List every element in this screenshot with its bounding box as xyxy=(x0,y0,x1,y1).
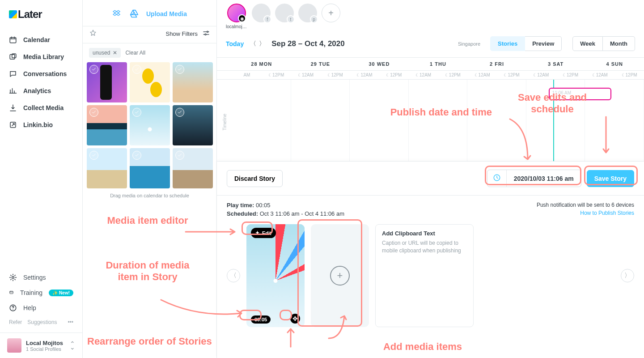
media-thumb[interactable] xyxy=(87,62,127,102)
time-subheader: AM☾12PM ☾12AM☾12PM ☾12AM☾12PM ☾12AM☾12PM… xyxy=(217,71,644,80)
main: ◉ localmojit... f t p + Today 〈 〉 Sep 28… xyxy=(217,0,644,358)
clear-all-link[interactable]: Clear All xyxy=(125,50,145,56)
timeline-label: Timeline xyxy=(222,114,227,130)
view-toggle-stories-preview: Stories Preview xyxy=(490,36,562,51)
add-profile-button[interactable]: + xyxy=(322,4,340,22)
svg-point-8 xyxy=(205,34,206,35)
google-drive-icon[interactable] xyxy=(129,9,139,19)
datetime-picker[interactable]: 2020/10/03 11:06 am xyxy=(487,170,581,187)
discard-story-button[interactable]: Discard Story xyxy=(227,170,283,187)
suggestions-link[interactable]: Suggestions xyxy=(27,319,57,325)
date-range: Sep 28 – Oct 4, 2020 xyxy=(271,39,345,48)
next-media-button[interactable]: 〉 xyxy=(621,269,634,282)
next-week-button[interactable]: 〉 xyxy=(259,40,265,48)
show-filters-link[interactable]: Show Filters xyxy=(165,30,198,37)
media-thumb[interactable] xyxy=(130,148,170,188)
tab-stories[interactable]: Stories xyxy=(490,36,525,51)
nav-bottom: Settings Training ✨New! Help Refer Sugge… xyxy=(0,267,82,331)
day-header: 3 SAT xyxy=(526,58,585,70)
check-icon xyxy=(175,65,184,74)
media-thumb[interactable] xyxy=(173,105,213,145)
logo: Later xyxy=(0,0,82,29)
refer-link[interactable]: Refer xyxy=(9,319,22,325)
star-icon[interactable] xyxy=(89,29,97,38)
svg-rect-0 xyxy=(10,38,16,43)
more-icon[interactable]: ••• xyxy=(68,319,73,325)
media-thumb[interactable] xyxy=(87,105,127,145)
day-header: 2 FRI xyxy=(467,58,526,70)
profile-label: localmojit... xyxy=(226,24,247,29)
tab-month[interactable]: Month xyxy=(603,36,635,51)
media-thumb[interactable] xyxy=(130,62,170,102)
story-row: 〈 ✦Edit 00:05 ✥ + Add Clipboard Text Cap… xyxy=(217,220,644,332)
check-icon xyxy=(89,151,98,160)
refer-row: Refer Suggestions ••• xyxy=(0,315,82,329)
sidebar-item-label: Training xyxy=(20,289,42,296)
media-thumb[interactable] xyxy=(173,62,213,102)
filters-row: Show Filters xyxy=(83,26,216,43)
days-header: 28 MON 29 TUE 30 WED 1 THU 2 FRI 3 SAT 4… xyxy=(217,57,644,71)
check-icon xyxy=(175,151,184,160)
day-header: 30 WED xyxy=(350,58,409,70)
day-header: 29 TUE xyxy=(291,58,350,70)
sched-value: Oct 3 11:06 am - Oct 4 11:06 am xyxy=(260,210,344,217)
media-panel: Upload Media Show Filters unused✕ Clear … xyxy=(83,0,217,358)
profile-bubble-twitter[interactable]: t xyxy=(275,4,294,22)
play-label: Play time: xyxy=(227,202,254,209)
clipboard-text-box[interactable]: Add Clipboard Text Caption or URL will b… xyxy=(375,224,474,327)
profile-bubble-facebook[interactable]: f xyxy=(252,4,271,22)
tab-preview[interactable]: Preview xyxy=(525,36,562,51)
check-icon xyxy=(89,108,98,117)
remove-tag-icon[interactable]: ✕ xyxy=(113,50,117,56)
sidebar-item-label: Settings xyxy=(23,274,46,281)
filter-tag-unused[interactable]: unused✕ xyxy=(89,48,121,58)
media-thumb[interactable] xyxy=(173,148,213,188)
sidebar-item-help[interactable]: Help xyxy=(0,300,82,315)
sidebar-item-label: Calendar xyxy=(23,36,50,43)
drag-handle-icon[interactable]: ✥ xyxy=(290,314,300,324)
story-media-item[interactable]: ✦Edit 00:05 ✥ xyxy=(246,224,305,327)
calendar-body[interactable]: Timeline 11:06 AM xyxy=(217,80,644,165)
play-value: 00:05 xyxy=(256,202,271,209)
link-icon xyxy=(9,121,17,129)
sidebar-item-linkinbio[interactable]: Linkin.bio xyxy=(0,116,82,133)
sidebar-item-training[interactable]: Training ✨New! xyxy=(0,285,82,300)
pinterest-icon: p xyxy=(310,15,318,23)
prev-week-button[interactable]: 〈 xyxy=(250,40,256,48)
account-switcher[interactable]: Local Mojitos 1 Social Profiles ⌃⌄ xyxy=(0,332,82,358)
duration-pill[interactable]: 00:05 xyxy=(251,315,271,324)
media-thumb[interactable] xyxy=(87,148,127,188)
upload-media-link[interactable]: Upload Media xyxy=(146,10,187,17)
sidebar-item-collect-media[interactable]: Collect Media xyxy=(0,99,82,116)
logo-mark-icon xyxy=(9,10,17,18)
add-media-slot[interactable]: + xyxy=(311,224,369,327)
save-story-button[interactable]: Save Story xyxy=(587,170,634,187)
instagram-icon: ◉ xyxy=(238,14,246,22)
day-header: 1 THU xyxy=(409,58,468,70)
prev-media-button[interactable]: 〈 xyxy=(227,269,240,282)
clock-icon xyxy=(487,170,507,187)
annotation: Duration of media item in Story xyxy=(103,260,192,283)
tab-week[interactable]: Week xyxy=(572,36,603,51)
sidebar-item-conversations[interactable]: Conversations xyxy=(0,65,82,82)
howto-link[interactable]: How to Publish Stories xyxy=(537,210,634,216)
sliders-icon[interactable] xyxy=(202,29,210,38)
editor-meta: Play time: 00:05 Scheduled: Oct 3 11:06 … xyxy=(217,196,644,220)
sidebar-item-calendar[interactable]: Calendar xyxy=(0,31,82,48)
profile-bubble-instagram[interactable]: ◉ xyxy=(227,4,246,22)
editor-top: Discard Story 2020/10/03 11:06 am Save S… xyxy=(217,162,644,196)
clip-title: Add Clipboard Text xyxy=(382,230,467,237)
profile-bubble-pinterest[interactable]: p xyxy=(298,4,317,22)
sidebar-item-settings[interactable]: Settings xyxy=(0,270,82,285)
check-icon xyxy=(132,65,141,74)
scheduled-event[interactable]: 11:06 AM xyxy=(549,88,611,100)
sidebar-item-analytics[interactable]: Analytics xyxy=(0,82,82,99)
profile-bubblebar: ◉ localmojit... f t p + xyxy=(217,0,644,30)
push-note: Push notification will be sent to 6 devi… xyxy=(537,202,634,208)
sidebar-item-label: Analytics xyxy=(23,87,51,94)
today-link[interactable]: Today xyxy=(226,40,244,47)
media-thumb[interactable] xyxy=(130,105,170,145)
sidebar-item-media-library[interactable]: Media Library xyxy=(0,48,82,65)
edit-media-button[interactable]: ✦Edit xyxy=(251,228,276,238)
dropbox-icon[interactable] xyxy=(112,9,122,19)
